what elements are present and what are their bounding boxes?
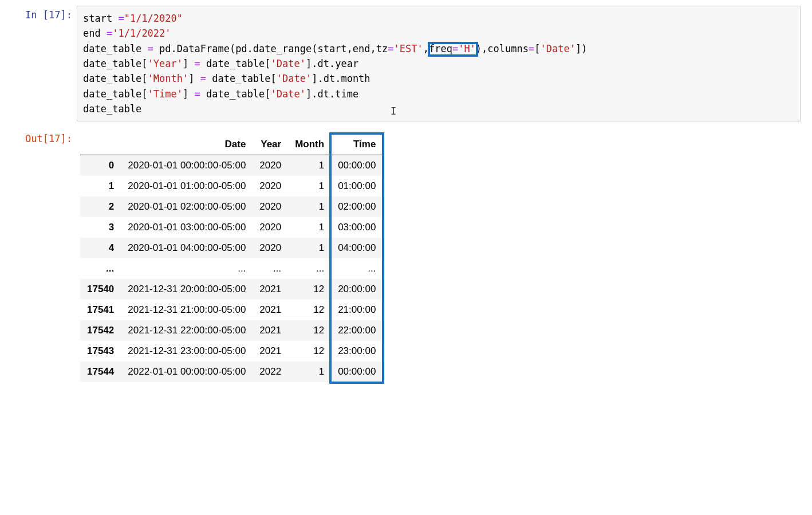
cell-year: 2020: [253, 217, 288, 238]
code-token: 'Time': [148, 88, 183, 100]
code-token: ].dt.year: [306, 58, 358, 69]
cell-time: 03:00:00: [331, 217, 383, 238]
output-area: Date Year Month Time 02020-01-01 00:00:0…: [77, 129, 801, 382]
cell-time: 04:00:00: [331, 238, 383, 258]
code-token: ].dt.time: [306, 88, 358, 100]
table-row: 175442022-01-01 00:00:00-05:002022100:00…: [80, 361, 383, 382]
table-row: 02020-01-01 00:00:00-05:002020100:00:00: [80, 155, 383, 176]
table-row: 175422021-12-31 22:00:00-05:0020211222:0…: [80, 320, 383, 341]
code-token: start: [83, 13, 118, 24]
output-cell: Out[17]: Date Year Month Time 02020-01-0…: [11, 129, 801, 382]
row-index: ...: [80, 258, 121, 279]
cell-date: 2020-01-01 00:00:00-05:00: [121, 155, 253, 176]
cell-date: 2020-01-01 04:00:00-05:00: [121, 238, 253, 258]
cell-month: 1: [288, 196, 331, 217]
code-token: ]: [183, 58, 194, 69]
cell-time: 21:00:00: [331, 300, 383, 320]
cell-date: 2020-01-01 02:00:00-05:00: [121, 196, 253, 217]
input-prompt: In [17]:: [11, 6, 77, 21]
code-token: pd.DataFrame(pd.date_range(start,end,tz: [153, 43, 388, 54]
code-token: 'Date': [271, 88, 306, 100]
text-cursor-icon: I: [391, 104, 396, 119]
header-year: Year: [253, 134, 288, 155]
cell-year: 2021: [253, 300, 288, 320]
cell-time: 00:00:00: [331, 155, 383, 176]
header-time: Time: [331, 134, 383, 155]
row-index: 4: [80, 238, 121, 258]
code-token: freq: [429, 43, 452, 54]
row-index: 17544: [80, 361, 121, 382]
cell-year: 2020: [253, 238, 288, 258]
row-index: 17541: [80, 300, 121, 320]
cell-year: ...: [253, 258, 288, 279]
row-index: 17543: [80, 341, 121, 361]
cell-month: 1: [288, 176, 331, 196]
dataframe-table: Date Year Month Time 02020-01-01 00:00:0…: [80, 134, 383, 382]
cell-month: 12: [288, 300, 331, 320]
row-index: 3: [80, 217, 121, 238]
cell-month: 12: [288, 279, 331, 300]
cell-date: 2021-12-31 23:00:00-05:00: [121, 341, 253, 361]
code-token: date_table[: [83, 58, 148, 69]
code-token: 'Date': [277, 73, 312, 84]
cell-date: ...: [121, 258, 253, 279]
cell-month: 12: [288, 320, 331, 341]
cell-time: 20:00:00: [331, 279, 383, 300]
code-token: ),columns: [476, 43, 529, 54]
code-token: 'EST': [394, 43, 423, 54]
cell-year: 2020: [253, 196, 288, 217]
code-token: end: [83, 27, 107, 39]
cell-year: 2021: [253, 341, 288, 361]
table-row: 175402021-12-31 20:00:00-05:0020211220:0…: [80, 279, 383, 300]
table-row: 42020-01-01 04:00:00-05:002020104:00:00: [80, 238, 383, 258]
header-index: [80, 134, 121, 155]
cell-month: 1: [288, 155, 331, 176]
output-prompt: Out[17]:: [11, 129, 77, 144]
table-row: 22020-01-01 02:00:00-05:002020102:00:00: [80, 196, 383, 217]
code-token: ].dt.month: [312, 73, 370, 84]
code-token: 'Year': [148, 58, 183, 69]
cell-year: 2021: [253, 279, 288, 300]
cell-time: ...: [331, 258, 383, 279]
cell-year: 2020: [253, 176, 288, 196]
code-token: ]): [576, 43, 587, 54]
table-row-ellipsis: ...............: [80, 258, 383, 279]
header-month: Month: [288, 134, 331, 155]
code-token: =: [195, 88, 200, 100]
code-token: date_table: [83, 103, 141, 115]
row-index: 0: [80, 155, 121, 176]
code-token: =: [200, 73, 206, 84]
input-cell: In [17]: start ="1/1/2020" end ='1/1/202…: [11, 6, 801, 121]
code-token: date_table: [83, 43, 148, 54]
cell-month: ...: [288, 258, 331, 279]
code-token: date_table[: [206, 73, 277, 84]
cell-date: 2021-12-31 22:00:00-05:00: [121, 320, 253, 341]
code-input[interactable]: start ="1/1/2020" end ='1/1/2022' date_t…: [77, 6, 801, 121]
cell-date: 2021-12-31 20:00:00-05:00: [121, 279, 253, 300]
table-row: 12020-01-01 01:00:00-05:002020101:00:00: [80, 176, 383, 196]
cell-date: 2020-01-01 03:00:00-05:00: [121, 217, 253, 238]
cell-year: 2020: [253, 155, 288, 176]
code-token: =: [195, 58, 200, 69]
cell-date: 2022-01-01 00:00:00-05:00: [121, 361, 253, 382]
cell-date: 2020-01-01 01:00:00-05:00: [121, 176, 253, 196]
code-token: 'Date': [271, 58, 306, 69]
code-token: '1/1/2022': [112, 27, 171, 39]
code-token: ]: [183, 88, 194, 100]
table-row: 32020-01-01 03:00:00-05:002020103:00:00: [80, 217, 383, 238]
code-token: =: [388, 43, 393, 54]
code-token: date_table[: [83, 73, 148, 84]
cell-month: 1: [288, 238, 331, 258]
code-token: date_table[: [200, 58, 271, 69]
code-token: [: [534, 43, 540, 54]
cell-year: 2021: [253, 320, 288, 341]
code-token: ]: [188, 73, 200, 84]
row-index: 17542: [80, 320, 121, 341]
row-index: 1: [80, 176, 121, 196]
code-token: "1/1/2020": [124, 13, 183, 24]
code-token: 'Month': [148, 73, 189, 84]
row-index: 17540: [80, 279, 121, 300]
cell-time: 00:00:00: [331, 361, 383, 382]
cell-time: 02:00:00: [331, 196, 383, 217]
code-token: ,: [423, 43, 429, 54]
